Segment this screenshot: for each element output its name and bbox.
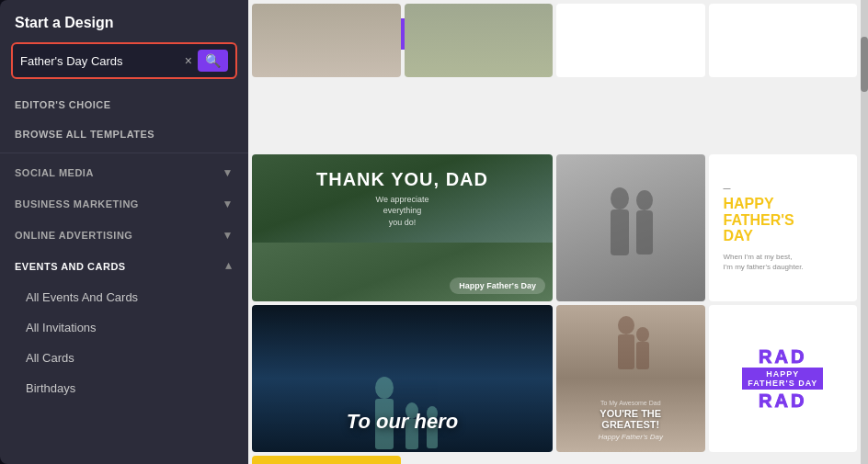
scrollbar-track[interactable] bbox=[861, 0, 868, 464]
chevron-up-icon: ▼ bbox=[223, 260, 234, 273]
search-container: × 🔍 bbox=[0, 42, 248, 90]
sidebar-social-media[interactable]: SOCIAL MEDIA ▼ bbox=[0, 157, 248, 188]
couple-silhouette bbox=[594, 182, 668, 274]
close-button[interactable]: × bbox=[839, 18, 850, 40]
sidebar-sub-birthdays[interactable]: Birthdays bbox=[0, 373, 248, 403]
modal-overlay: Templates Blank Canvas × Start a Design … bbox=[0, 0, 868, 464]
svg-point-2 bbox=[636, 190, 653, 210]
rad-text-2: RAD bbox=[742, 391, 823, 410]
happy-fd-sub-text: When I'm at my best,I'm my father's daug… bbox=[724, 252, 804, 272]
youre-greatest-text: YOU'RE THEGREATEST! bbox=[599, 408, 663, 430]
youre-greatest-container: To My Awesome Dad YOU'RE THEGREATEST! Ha… bbox=[599, 400, 663, 441]
sidebar-sub-all-invitations[interactable]: All Invitations bbox=[0, 312, 248, 343]
template-to-our-hero[interactable]: To our hero bbox=[252, 305, 553, 452]
template-number-one-dad[interactable]: YOU ARE THE #1 DAD HAPPY FATHER'S DAY bbox=[252, 456, 401, 464]
sidebar-online-advertising[interactable]: ONLINE ADVERTISING ▼ bbox=[0, 220, 248, 251]
sidebar-browse-all[interactable]: BROWSE ALL TEMPLATES bbox=[0, 119, 248, 149]
happy-fd-bottom: Happy Father's Day bbox=[599, 433, 663, 441]
sidebar-events-and-cards-label: EVENTS AND CARDS bbox=[15, 261, 126, 272]
sidebar-sub-all-cards[interactable]: All Cards bbox=[0, 343, 248, 373]
template-card-3[interactable] bbox=[556, 4, 705, 77]
template-happy-fd-white[interactable]: — HAPPYFATHER'SDAY When I'm at my best,I… bbox=[709, 154, 858, 301]
hero-family-silhouette bbox=[320, 360, 485, 452]
to-our-hero-text: To our hero bbox=[347, 410, 458, 434]
search-box: × 🔍 bbox=[11, 42, 237, 79]
svg-point-12 bbox=[636, 327, 649, 342]
chevron-down-icon-2: ▼ bbox=[223, 198, 234, 210]
thank-you-dad-sub: We appreciateeverythingyou do! bbox=[376, 194, 429, 229]
to-awesome-dad: To My Awesome Dad bbox=[599, 400, 663, 406]
rad-happy-container: HAPPY FATHER'S DAY bbox=[742, 368, 823, 390]
sidebar-online-advertising-label: ONLINE ADVERTISING bbox=[15, 230, 132, 241]
nav-divider-1 bbox=[0, 153, 248, 153]
svg-point-10 bbox=[618, 316, 634, 334]
dad-son-silhouette bbox=[603, 314, 658, 379]
sidebar-events-and-cards[interactable]: EVENTS AND CARDS ▼ bbox=[0, 251, 248, 282]
sidebar-editors-choice[interactable]: EDITOR'S CHOICE bbox=[0, 90, 248, 119]
happy-fd-text: HAPPYFATHER'SDAY bbox=[724, 196, 794, 244]
svg-rect-1 bbox=[611, 209, 629, 255]
rad-happy-text: HAPPY bbox=[748, 369, 817, 379]
chevron-down-icon-3: ▼ bbox=[223, 229, 234, 242]
svg-rect-11 bbox=[618, 334, 634, 369]
modal-header: Start a Design bbox=[0, 0, 248, 42]
rad-fathers-day-text: FATHER'S DAY bbox=[748, 379, 817, 388]
sidebar-business-marketing-label: BUSINESS MARKETING bbox=[15, 198, 139, 209]
sidebar-sub-all-events[interactable]: All Events And Cards bbox=[0, 282, 248, 312]
rad-dad-container: RAD HAPPY FATHER'S DAY RAD bbox=[742, 347, 823, 410]
happy-fathers-day-label: Happy Father's Day bbox=[450, 277, 545, 294]
template-thank-you-dad[interactable]: THANK YOU, DAD We appreciateeverythingyo… bbox=[252, 154, 553, 301]
sidebar: Start a Design × 🔍 EDITOR'S CHOICE BROWS… bbox=[0, 0, 248, 464]
svg-rect-3 bbox=[636, 210, 653, 255]
rad-text-1: RAD bbox=[742, 347, 823, 366]
template-dad-son[interactable]: To My Awesome Dad YOU'RE THEGREATEST! Ha… bbox=[556, 305, 705, 452]
svg-point-0 bbox=[611, 187, 629, 209]
chevron-down-icon: ▼ bbox=[223, 166, 234, 179]
sidebar-social-media-label: SOCIAL MEDIA bbox=[15, 167, 94, 178]
svg-point-4 bbox=[375, 377, 394, 399]
template-card-1[interactable] bbox=[252, 4, 401, 77]
template-rad-dad[interactable]: RAD HAPPY FATHER'S DAY RAD bbox=[709, 305, 858, 452]
modal-title: Start a Design bbox=[15, 15, 114, 31]
template-card-4[interactable] bbox=[709, 4, 858, 77]
dash-decoration: — bbox=[724, 184, 731, 192]
template-card-2[interactable] bbox=[405, 4, 554, 77]
svg-rect-13 bbox=[636, 342, 649, 369]
thank-you-dad-title: THANK YOU, DAD bbox=[316, 169, 488, 190]
sidebar-nav: EDITOR'S CHOICE BROWSE ALL TEMPLATES SOC… bbox=[0, 90, 248, 464]
search-input[interactable] bbox=[20, 54, 179, 68]
scrollbar-thumb[interactable] bbox=[861, 37, 868, 92]
template-bw-couple[interactable] bbox=[556, 154, 705, 301]
sidebar-business-marketing[interactable]: BUSINESS MARKETING ▼ bbox=[0, 188, 248, 220]
search-clear-button[interactable]: × bbox=[185, 53, 192, 68]
search-submit-button[interactable]: 🔍 bbox=[198, 50, 228, 72]
template-grid: THANK YOU, DAD We appreciateeverythingyo… bbox=[248, 0, 861, 464]
